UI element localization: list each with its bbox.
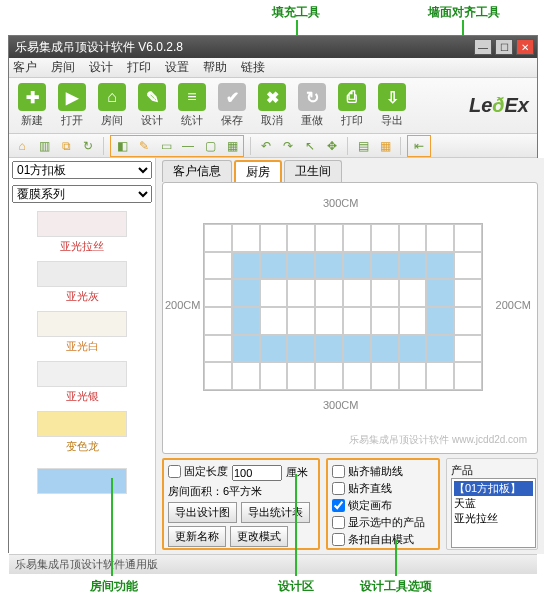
menu-item[interactable]: 房间 xyxy=(51,59,75,76)
grid-cell[interactable] xyxy=(399,279,427,307)
fixed-length-checkbox[interactable] xyxy=(168,465,181,478)
grid-cell[interactable] xyxy=(260,224,288,252)
grid-cell[interactable] xyxy=(232,224,260,252)
grid-cell[interactable] xyxy=(287,224,315,252)
category-select-2[interactable]: 覆膜系列 xyxy=(12,185,152,203)
grid-cell[interactable] xyxy=(204,335,232,363)
refresh-icon[interactable]: ↻ xyxy=(79,137,97,155)
menu-item[interactable]: 客户 xyxy=(13,59,37,76)
align-icon[interactable]: ⇤ xyxy=(410,137,428,155)
toolbar-取消[interactable]: ✖取消 xyxy=(253,81,291,131)
rename-button[interactable]: 更新名称 xyxy=(168,526,226,547)
design-option[interactable]: 贴齐辅助线 xyxy=(332,464,434,479)
grid-cell[interactable] xyxy=(204,307,232,335)
grid-cell[interactable] xyxy=(287,362,315,390)
toolbar-打开[interactable]: ▶打开 xyxy=(53,81,91,131)
material-item[interactable]: 亚光银 xyxy=(13,360,151,404)
grid-cell[interactable] xyxy=(454,362,482,390)
material-item[interactable]: 亚光拉丝 xyxy=(13,210,151,254)
grid-cell[interactable] xyxy=(343,362,371,390)
menu-item[interactable]: 打印 xyxy=(127,59,151,76)
grid-cell[interactable] xyxy=(426,279,454,307)
grid-cell[interactable] xyxy=(204,362,232,390)
product-item[interactable]: 亚光拉丝 xyxy=(454,511,533,526)
design-canvas[interactable]: 300CM 300CM 200CM 200CM 乐易集成吊顶设计软件 www.j… xyxy=(162,182,538,454)
design-option-checkbox[interactable] xyxy=(332,516,345,529)
grid-cell[interactable] xyxy=(399,362,427,390)
category-select-1[interactable]: 01方扣板 xyxy=(12,161,152,179)
menu-item[interactable]: 链接 xyxy=(241,59,265,76)
grid-cell[interactable] xyxy=(315,307,343,335)
toolbar-新建[interactable]: ✚新建 xyxy=(13,81,51,131)
material-item[interactable]: 亚光灰 xyxy=(13,260,151,304)
menu-item[interactable]: 设计 xyxy=(89,59,113,76)
tab-厨房[interactable]: 厨房 xyxy=(234,160,282,182)
square-icon[interactable]: ▢ xyxy=(201,137,219,155)
grid-cell[interactable] xyxy=(399,252,427,280)
close-button[interactable]: ✕ xyxy=(516,39,534,55)
design-option-checkbox[interactable] xyxy=(332,533,345,546)
design-option[interactable]: 锁定画布 xyxy=(332,498,434,513)
grid-cell[interactable] xyxy=(204,252,232,280)
grid-cell[interactable] xyxy=(371,335,399,363)
toolbar-房间[interactable]: ⌂房间 xyxy=(93,81,131,131)
grid-cell[interactable] xyxy=(287,335,315,363)
design-option-checkbox[interactable] xyxy=(332,499,345,512)
grid-cell[interactable] xyxy=(315,335,343,363)
eraser-icon[interactable]: ◧ xyxy=(113,137,131,155)
grid-cell[interactable] xyxy=(204,224,232,252)
toolbar-统计[interactable]: ≡统计 xyxy=(173,81,211,131)
grid-cell[interactable] xyxy=(426,252,454,280)
grid-cell[interactable] xyxy=(371,362,399,390)
grid-cell[interactable] xyxy=(232,335,260,363)
grid-cell[interactable] xyxy=(426,362,454,390)
grid-cell[interactable] xyxy=(454,335,482,363)
grid-cell[interactable] xyxy=(371,224,399,252)
menu-item[interactable]: 设置 xyxy=(165,59,189,76)
grid-cell[interactable] xyxy=(343,224,371,252)
grid-cell[interactable] xyxy=(343,307,371,335)
grid-cell[interactable] xyxy=(232,279,260,307)
grid-cell[interactable] xyxy=(371,279,399,307)
fill-icon[interactable]: ▦ xyxy=(223,137,241,155)
export-design-button[interactable]: 导出设计图 xyxy=(168,502,237,523)
maximize-button[interactable]: ☐ xyxy=(495,39,513,55)
doc-icon[interactable]: ▥ xyxy=(35,137,53,155)
cursor-icon[interactable]: ↖ xyxy=(301,137,319,155)
product-item[interactable]: 【01方扣板】 xyxy=(454,481,533,496)
grid-cell[interactable] xyxy=(287,307,315,335)
toolbar-打印[interactable]: ⎙打印 xyxy=(333,81,371,131)
design-option-checkbox[interactable] xyxy=(332,465,345,478)
grid-cell[interactable] xyxy=(315,279,343,307)
material-item[interactable]: 亚光白 xyxy=(13,310,151,354)
grid-cell[interactable] xyxy=(260,307,288,335)
rotate-right-icon[interactable]: ↷ xyxy=(279,137,297,155)
grid[interactable] xyxy=(203,223,483,391)
move-icon[interactable]: ✥ xyxy=(323,137,341,155)
grid-cell[interactable] xyxy=(315,362,343,390)
minus-icon[interactable]: — xyxy=(179,137,197,155)
toolbar-导出[interactable]: ⇩导出 xyxy=(373,81,411,131)
grid-icon[interactable]: ▦ xyxy=(376,137,394,155)
grid-cell[interactable] xyxy=(204,279,232,307)
grid-cell[interactable] xyxy=(232,307,260,335)
material-item[interactable]: 变色龙 xyxy=(13,410,151,454)
grid-cell[interactable] xyxy=(454,307,482,335)
grid-cell[interactable] xyxy=(343,279,371,307)
grid-cell[interactable] xyxy=(343,335,371,363)
grid-cell[interactable] xyxy=(315,252,343,280)
design-option-checkbox[interactable] xyxy=(332,482,345,495)
toolbar-重做[interactable]: ↻重做 xyxy=(293,81,331,131)
toolbar-设计[interactable]: ✎设计 xyxy=(133,81,171,131)
grid-cell[interactable] xyxy=(454,224,482,252)
grid-cell[interactable] xyxy=(399,307,427,335)
tab-卫生间[interactable]: 卫生间 xyxy=(284,160,342,182)
grid-cell[interactable] xyxy=(454,279,482,307)
material-item[interactable] xyxy=(13,460,151,504)
grid-cell[interactable] xyxy=(399,224,427,252)
design-option[interactable]: 条扣自由模式 xyxy=(332,532,434,547)
grid-cell[interactable] xyxy=(287,279,315,307)
minimize-button[interactable]: — xyxy=(474,39,492,55)
rect-icon[interactable]: ▭ xyxy=(157,137,175,155)
tab-客户信息[interactable]: 客户信息 xyxy=(162,160,232,182)
